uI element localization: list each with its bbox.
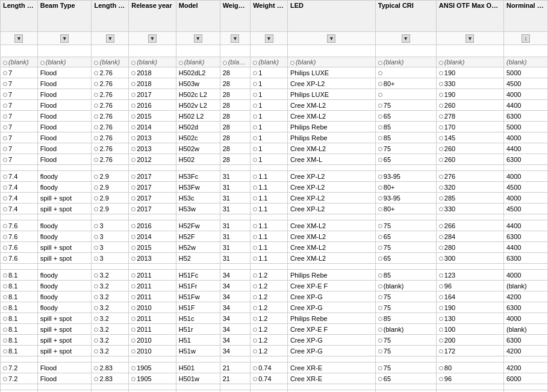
table-cell: 80+ xyxy=(375,78,436,89)
radio-dot-icon[interactable] xyxy=(179,61,183,65)
table-cell: Cree XP-G xyxy=(287,302,375,313)
col-filter-length_cm[interactable]: ▼ xyxy=(1,32,38,45)
col-filter-release_year[interactable]: ▼ xyxy=(129,32,176,45)
table-cell: 1 xyxy=(251,154,288,165)
table-cell: spill + spot xyxy=(37,242,92,253)
filter-icon-beam_type[interactable]: ▼ xyxy=(60,34,69,43)
radio-dot-icon[interactable] xyxy=(131,61,135,65)
radio-dot-icon[interactable] xyxy=(378,61,382,65)
col-filter-led[interactable]: ▼ xyxy=(287,32,375,45)
row-dot-icon xyxy=(378,158,382,162)
filter-icon-typical_cri[interactable]: ▼ xyxy=(402,34,410,43)
table-cell: 34 xyxy=(220,302,251,313)
separator-cell xyxy=(176,356,220,362)
radio-dot-icon[interactable] xyxy=(253,61,257,65)
table-row: 8.1floody3.22011H51Fw341.2Cree XP-G75164… xyxy=(1,291,548,302)
separator-cell xyxy=(504,384,548,390)
filter-icon-length_inch[interactable]: ▼ xyxy=(106,34,114,43)
table-cell: 75 xyxy=(375,220,436,231)
filter-icon-length_cm[interactable]: ▼ xyxy=(14,34,23,43)
separator-cell xyxy=(92,264,129,270)
table-cell: 2008 xyxy=(129,390,176,393)
table-cell: 75 xyxy=(375,335,436,346)
row-dot-icon xyxy=(3,273,7,278)
row-dot-icon xyxy=(131,306,135,310)
col-filter-weight_oz[interactable]: ▼ xyxy=(251,32,288,45)
table-cell: H502w xyxy=(176,143,220,154)
radio-dot-icon[interactable] xyxy=(40,61,45,65)
radio-dot-icon[interactable] xyxy=(290,61,294,65)
filter-icon-weight_g[interactable]: ▼ xyxy=(231,34,239,43)
filter-icon-model[interactable]: ▼ xyxy=(194,34,202,43)
filter-icon-led[interactable]: ▼ xyxy=(327,34,335,43)
row-dot-icon xyxy=(131,338,135,343)
separator-cell xyxy=(176,384,220,390)
blank-filter-cell: (blank) xyxy=(504,57,548,67)
table-cell: 1.2 xyxy=(251,270,288,281)
filter-icon-weight_oz[interactable]: ▼ xyxy=(265,34,273,43)
table-cell: H51Fc xyxy=(176,270,220,281)
row-dot-icon xyxy=(378,104,382,108)
row-dot-icon xyxy=(3,158,7,162)
filter-icon-release_year[interactable]: ▼ xyxy=(148,34,157,43)
table-cell: 172 xyxy=(436,346,503,356)
row-dot-icon xyxy=(94,114,98,119)
col-filter-model[interactable]: ▼ xyxy=(176,32,220,45)
table-cell: H502v L2 xyxy=(176,100,220,111)
col-filter-typical_cri[interactable]: ▼ xyxy=(375,32,436,45)
table-cell: 8.1 xyxy=(1,335,38,346)
table-cell: 7.4 xyxy=(1,171,38,182)
table-row: 7Flood2.762012H502281Cree XM-L652606300 xyxy=(1,154,548,165)
table-cell: (blank) xyxy=(504,281,548,291)
col-filter-ansi_lumens[interactable]: ▼ xyxy=(436,32,503,45)
filter-icon-cct_kelvin[interactable]: ↕ xyxy=(522,34,530,43)
table-cell: Cree XM-L2 xyxy=(287,100,375,111)
table-cell: (blank) xyxy=(375,324,436,335)
table-cell: Cree XP-G xyxy=(287,346,375,356)
col-filter-beam_type[interactable]: ▼ xyxy=(37,32,92,45)
radio-dot-icon[interactable] xyxy=(3,61,7,65)
col-filter-weight_g[interactable]: ▼ xyxy=(220,32,251,45)
radio-dot-icon[interactable] xyxy=(223,61,227,65)
table-cell: H51c xyxy=(176,313,220,324)
table-cell: Cree XP-L2 xyxy=(287,182,375,193)
row-dot-icon xyxy=(94,377,98,381)
table-cell: 1.1 xyxy=(251,204,288,214)
row-dot-icon xyxy=(3,317,7,321)
table-cell: 6300 xyxy=(504,111,548,122)
separator-cell xyxy=(251,384,288,390)
col-filter-length_inch[interactable]: ▼ xyxy=(92,32,129,45)
table-cell: H50-Q5 xyxy=(176,390,220,393)
table-cell: 85 xyxy=(375,313,436,324)
radio-dot-icon[interactable] xyxy=(439,61,443,65)
row-dot-icon xyxy=(378,71,382,75)
table-cell: 7 xyxy=(1,67,38,78)
row-dot-icon xyxy=(378,317,382,321)
spacer-cell xyxy=(92,45,129,57)
row-dot-icon xyxy=(94,136,98,140)
table-cell: Cree XP-E F xyxy=(287,324,375,335)
table-row: 6.6Flood2.62008H50-Q5180.63Cree XR-E6566… xyxy=(1,390,548,393)
table-cell: 4200 xyxy=(504,291,548,302)
separator-cell xyxy=(287,384,375,390)
spacer-cell xyxy=(176,45,220,57)
table-row: 7Flood2.762013H502w281Cree XM-L275260440… xyxy=(1,143,548,154)
row-dot-icon xyxy=(439,349,443,353)
table-cell: 3.2 xyxy=(92,346,129,356)
filter-icon-ansi_lumens[interactable]: ▼ xyxy=(465,34,474,43)
row-dot-icon xyxy=(253,328,257,332)
blank-filter-cell: (blank) xyxy=(92,57,129,67)
row-dot-icon xyxy=(94,235,98,239)
radio-dot-icon[interactable] xyxy=(94,61,98,65)
col-filter-cct_kelvin[interactable]: ↕ xyxy=(504,32,548,45)
table-row: 7Flood2.762016H502v L2281Cree XM-L275260… xyxy=(1,100,548,111)
table-cell: 320 xyxy=(436,182,503,193)
separator-cell xyxy=(504,264,548,270)
table-cell: 2.9 xyxy=(92,171,129,182)
separator-cell xyxy=(436,384,503,390)
table-cell: 2.76 xyxy=(92,89,129,100)
table-cell: 1905 xyxy=(129,373,176,384)
table-cell: 1 xyxy=(251,132,288,143)
table-cell: 0.74 xyxy=(251,373,288,384)
table-cell: H502c xyxy=(176,132,220,143)
